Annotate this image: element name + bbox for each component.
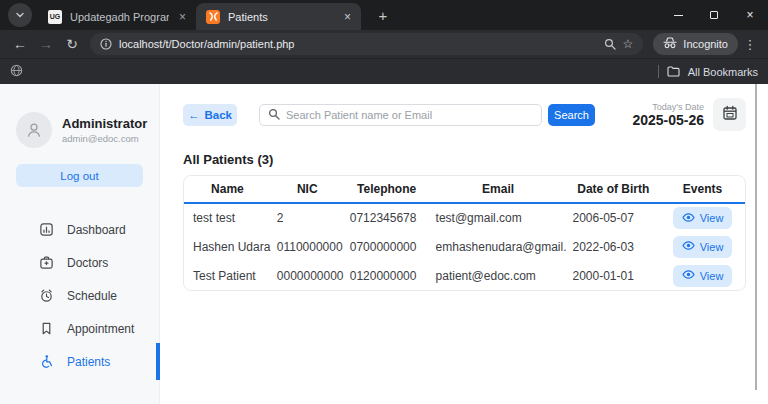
sidebar-item-label: Schedule bbox=[67, 289, 117, 303]
today-date-label: Today's Date bbox=[632, 102, 704, 112]
table-row: test test 2 0712345678 test@gmail.com 20… bbox=[184, 203, 745, 232]
all-bookmarks-button[interactable]: All Bookmarks bbox=[658, 63, 758, 81]
search-button[interactable]: Search bbox=[548, 104, 595, 126]
close-window-button[interactable]: × bbox=[732, 0, 768, 30]
back-button[interactable]: ← Back bbox=[183, 104, 237, 126]
profile-name: Administrator bbox=[62, 116, 147, 131]
tab-updategadh[interactable]: UG Updategadh Programming - Upda × bbox=[38, 3, 196, 30]
col-header-nic: NIC bbox=[271, 176, 344, 203]
reload-button[interactable]: ↻ bbox=[60, 32, 84, 56]
search-input[interactable] bbox=[286, 109, 533, 121]
tab-search-button[interactable] bbox=[8, 3, 32, 27]
patients-table: Name NIC Telephone Email Date of Birth E… bbox=[183, 175, 746, 291]
all-bookmarks-label: All Bookmarks bbox=[688, 66, 758, 78]
window-controls: × bbox=[660, 0, 768, 30]
view-label: View bbox=[700, 241, 724, 253]
col-header-events: Events bbox=[660, 176, 745, 203]
updategadh-favicon-icon: UG bbox=[48, 10, 62, 24]
minimize-icon bbox=[674, 15, 683, 16]
incognito-badge: Incognito bbox=[653, 33, 738, 55]
sidebar-item-dashboard[interactable]: Dashboard bbox=[0, 213, 159, 246]
bookmarks-divider bbox=[658, 65, 659, 78]
sidebar-item-label: Patients bbox=[67, 355, 110, 369]
calendar-icon bbox=[722, 105, 738, 125]
tab-close-icon[interactable]: × bbox=[177, 10, 188, 24]
sidebar-item-doctors[interactable]: Doctors bbox=[0, 246, 159, 279]
avatar bbox=[16, 112, 52, 148]
table-header-row: Name NIC Telephone Email Date of Birth E… bbox=[184, 176, 745, 203]
folder-icon bbox=[667, 63, 680, 81]
cell-nic: 0110000000 bbox=[271, 232, 344, 261]
browser-menu-button[interactable]: ⋮ bbox=[740, 37, 760, 52]
eye-icon bbox=[682, 212, 695, 225]
sidebar-item-label: Doctors bbox=[67, 256, 108, 270]
cell-email: test@gmail.com bbox=[430, 203, 567, 232]
back-nav-button[interactable]: ← bbox=[8, 32, 32, 56]
bookmark-star-icon[interactable]: ☆ bbox=[623, 37, 634, 51]
sidebar-nav: Dashboard Doctors Schedule bbox=[0, 213, 159, 378]
cell-dob: 2006-05-07 bbox=[567, 203, 661, 232]
restore-button[interactable] bbox=[696, 0, 732, 30]
cell-telephone: 0120000000 bbox=[344, 261, 430, 290]
cell-dob: 2000-01-01 bbox=[567, 261, 661, 290]
logout-button[interactable]: Log out bbox=[16, 164, 143, 187]
main-content: ← Back Search Today's Date 2025-05-26 bbox=[161, 84, 768, 404]
cell-dob: 2022-06-03 bbox=[567, 232, 661, 261]
site-info-icon[interactable] bbox=[100, 38, 112, 50]
table-row: Hashen Udara 0110000000 0700000000 emhas… bbox=[184, 232, 745, 261]
today-date-value: 2025-05-26 bbox=[632, 112, 704, 128]
content-header: ← Back Search Today's Date 2025-05-26 bbox=[183, 98, 746, 131]
globe-bookmark-icon[interactable] bbox=[10, 63, 23, 81]
view-button[interactable]: View bbox=[673, 265, 733, 287]
url-text[interactable]: localhost/t/Doctor/admin/patient.php bbox=[119, 38, 597, 50]
cell-telephone: 0712345678 bbox=[344, 203, 430, 232]
sidebar-item-schedule[interactable]: Schedule bbox=[0, 279, 159, 312]
col-header-email: Email bbox=[430, 176, 567, 203]
today-date-block: Today's Date 2025-05-26 bbox=[632, 102, 704, 128]
dashboard-icon bbox=[39, 222, 54, 237]
view-button[interactable]: View bbox=[673, 207, 733, 229]
sidebar-item-label: Dashboard bbox=[67, 223, 126, 237]
tab-patients[interactable]: Patients × bbox=[196, 3, 361, 30]
cell-email: emhashenudara@gmail. bbox=[430, 232, 567, 261]
col-header-name: Name bbox=[184, 176, 271, 203]
sidebar-item-appointment[interactable]: Appointment bbox=[0, 312, 159, 345]
tab-strip: UG Updategadh Programming - Upda × Patie… bbox=[0, 0, 768, 30]
minimize-button[interactable] bbox=[660, 0, 696, 30]
bookmarks-bar: All Bookmarks bbox=[0, 58, 768, 84]
profile-block: Administrator admin@edoc.com bbox=[0, 84, 159, 148]
cell-name: Hashen Udara bbox=[184, 232, 271, 261]
restore-icon bbox=[710, 11, 718, 19]
view-label: View bbox=[700, 212, 724, 224]
profile-email: admin@edoc.com bbox=[62, 133, 147, 144]
incognito-icon bbox=[663, 37, 677, 51]
eye-icon bbox=[682, 269, 695, 282]
search-icon bbox=[268, 106, 280, 124]
back-label: Back bbox=[205, 109, 233, 121]
col-header-dob: Date of Birth bbox=[567, 176, 661, 203]
col-header-telephone: Telephone bbox=[344, 176, 430, 203]
page-content: Administrator admin@edoc.com Log out Das… bbox=[0, 84, 768, 404]
address-bar[interactable]: localhost/t/Doctor/admin/patient.php ☆ bbox=[90, 33, 643, 55]
page-scrollbar[interactable] bbox=[755, 84, 757, 390]
search-in-page-icon[interactable] bbox=[604, 38, 616, 50]
cell-telephone: 0700000000 bbox=[344, 232, 430, 261]
bookmark-icon bbox=[39, 321, 54, 336]
tab-title: Updategadh Programming - Upda bbox=[70, 11, 169, 23]
patient-search-box[interactable] bbox=[259, 104, 542, 126]
alarm-clock-icon bbox=[39, 288, 54, 303]
browser-toolbar: ← → ↻ localhost/t/Doctor/admin/patient.p… bbox=[0, 30, 768, 58]
table-row: Test Patient 0000000000 0120000000 patie… bbox=[184, 261, 745, 290]
incognito-label: Incognito bbox=[683, 38, 728, 50]
new-tab-button[interactable]: + bbox=[371, 3, 395, 27]
xampp-favicon-icon bbox=[206, 10, 220, 24]
back-arrow-icon: ← bbox=[188, 109, 200, 121]
profile-text: Administrator admin@edoc.com bbox=[62, 116, 147, 144]
view-button[interactable]: View bbox=[673, 236, 733, 258]
tab-close-icon[interactable]: × bbox=[342, 10, 353, 24]
sidebar-item-patients[interactable]: Patients bbox=[0, 345, 159, 378]
calendar-button[interactable] bbox=[713, 98, 746, 131]
active-indicator bbox=[156, 343, 160, 380]
forward-nav-button[interactable]: → bbox=[34, 32, 58, 56]
sidebar-item-label: Appointment bbox=[67, 322, 134, 336]
